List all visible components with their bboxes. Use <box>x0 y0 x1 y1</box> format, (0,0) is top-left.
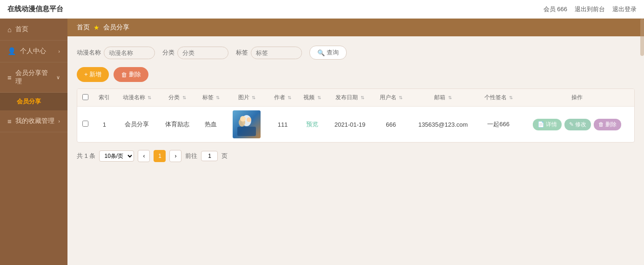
svg-rect-3 <box>237 127 256 136</box>
page-size-select[interactable]: 10条/页 20条/页 50条/页 <box>99 150 134 162</box>
main-content: 首页 ★ 会员分享 动漫名称 分类 标签 🔍 <box>67 19 644 265</box>
th-email[interactable]: 邮箱 ⇅ <box>409 89 477 107</box>
site-title: 在线动漫信息平台 <box>7 5 63 14</box>
chevron-right-icon: › <box>58 48 60 54</box>
breadcrumb-current: 会员分享 <box>103 23 129 32</box>
th-publish-date[interactable]: 发布日期 ⇅ <box>327 89 373 107</box>
th-anime-name[interactable]: 动漫名称 ⇅ <box>115 89 158 107</box>
chevron-down-icon: ∨ <box>56 75 60 81</box>
goto-label: 前往 <box>185 152 197 160</box>
breadcrumb-star: ★ <box>94 24 100 31</box>
td-ops: 📄 详情 ✎ 修改 🗑 删除 <box>520 107 634 143</box>
table-row: 1 会员分享 体育励志 热血 <box>77 107 634 143</box>
content-area: 动漫名称 分类 标签 🔍 查询 + 新增 <box>67 36 644 171</box>
trash-icon: 🗑 <box>121 71 127 78</box>
sidebar-item-home[interactable]: ⌂ 首页 <box>0 19 67 41</box>
td-video: 预览 <box>297 107 327 143</box>
detail-button[interactable]: 📄 详情 <box>533 119 562 130</box>
th-tag[interactable]: 标签 ⇅ <box>196 89 226 107</box>
td-tag: 热血 <box>196 107 226 143</box>
td-category: 体育励志 <box>158 107 196 143</box>
data-table: 索引 动漫名称 ⇅ 分类 ⇅ 标签 ⇅ 图片 ⇅ 作者 ⇅ 视频 ⇅ 发布日期 … <box>77 89 634 142</box>
td-signature: 一起666 <box>477 107 520 143</box>
sidebar: ⌂ 首页 👤 个人中心 › ≡ 会员分享管理 ∨ 会员分享 ≡ 我的收藏 <box>0 19 67 265</box>
td-image <box>226 107 268 143</box>
add-button[interactable]: + 新增 <box>77 67 109 82</box>
anime-name-input[interactable] <box>104 47 155 59</box>
svg-point-5 <box>247 117 251 122</box>
sidebar-item-my-collection-mgmt[interactable]: ≡ 我的收藏管理 › <box>0 110 67 132</box>
td-publish-date: 2021-01-19 <box>327 107 373 143</box>
th-checkbox <box>77 89 94 107</box>
td-username: 666 <box>373 107 409 143</box>
pagination: 共 1 条 10条/页 20条/页 50条/页 ‹ 1 › 前往 页 <box>77 150 635 162</box>
batch-delete-button[interactable]: 🗑 删除 <box>114 67 148 82</box>
td-index: 1 <box>94 107 116 143</box>
td-checkbox <box>77 107 94 143</box>
search-group-tag: 标签 <box>236 47 302 59</box>
edit-button[interactable]: ✎ 修改 <box>564 119 591 130</box>
sidebar-sub-member-share: 会员分享 <box>0 93 67 110</box>
th-image[interactable]: 图片 ⇅ <box>226 89 268 107</box>
sidebar-item-member-share[interactable]: 会员分享 <box>0 93 67 110</box>
action-bar: + 新增 🗑 删除 <box>77 67 635 82</box>
video-preview-link[interactable]: 预览 <box>306 121 318 128</box>
page-unit-label: 页 <box>221 152 228 160</box>
th-ops: 操作 <box>520 89 634 107</box>
td-author: 111 <box>268 107 298 143</box>
th-author[interactable]: 作者 ⇅ <box>268 89 298 107</box>
row-checkbox[interactable] <box>82 121 88 127</box>
goto-page-input[interactable] <box>201 151 218 161</box>
user-label: 会员 666 <box>543 5 567 14</box>
data-table-wrap: 索引 动漫名称 ⇅ 分类 ⇅ 标签 ⇅ 图片 ⇅ 作者 ⇅ 视频 ⇅ 发布日期 … <box>77 88 635 143</box>
logout-button[interactable]: 退出登录 <box>612 5 637 14</box>
th-username[interactable]: 用户名 ⇅ <box>373 89 409 107</box>
th-index: 索引 <box>94 89 116 107</box>
next-page-button[interactable]: › <box>169 150 181 162</box>
svg-point-4 <box>240 116 246 122</box>
th-video[interactable]: 视频 ⇅ <box>297 89 327 107</box>
anime-name-label: 动漫名称 <box>77 48 101 57</box>
breadcrumb-home[interactable]: 首页 <box>77 23 90 32</box>
delete-button[interactable]: 🗑 删除 <box>594 119 621 130</box>
category-label: 分类 <box>162 48 174 57</box>
tag-input[interactable] <box>251 47 302 59</box>
breadcrumb-bar: 首页 ★ 会员分享 <box>67 19 644 36</box>
collection-icon: ≡ <box>7 117 12 125</box>
th-category[interactable]: 分类 ⇅ <box>158 89 196 107</box>
back-to-front-button[interactable]: 退出到前台 <box>575 5 605 14</box>
chevron-right-icon2: › <box>58 118 60 124</box>
search-group-name: 动漫名称 <box>77 47 155 59</box>
list-icon: ≡ <box>7 74 12 82</box>
search-button[interactable]: 🔍 查询 <box>309 46 347 60</box>
category-input[interactable] <box>177 47 228 59</box>
scrollbar[interactable] <box>640 19 644 56</box>
prev-page-button[interactable]: ‹ <box>138 150 150 162</box>
trash-row-icon: 🗑 <box>598 121 604 128</box>
topbar: 在线动漫信息平台 会员 666 退出到前台 退出登录 <box>0 0 644 19</box>
tag-label: 标签 <box>236 48 248 57</box>
search-icon: 🔍 <box>317 49 325 56</box>
detail-icon: 📄 <box>537 121 544 128</box>
total-count: 共 1 条 <box>77 152 95 160</box>
td-anime-name: 会员分享 <box>115 107 158 143</box>
user-icon: 👤 <box>7 47 16 55</box>
edit-icon: ✎ <box>569 121 574 128</box>
td-email: 135635@123.com <box>409 107 477 143</box>
search-group-category: 分类 <box>162 47 228 59</box>
page-1-button[interactable]: 1 <box>154 150 166 162</box>
topbar-right: 会员 666 退出到前台 退出登录 <box>543 5 637 14</box>
search-bar: 动漫名称 分类 标签 🔍 查询 <box>77 46 635 60</box>
sidebar-item-member-share-mgmt[interactable]: ≡ 会员分享管理 ∨ <box>0 62 67 93</box>
sidebar-item-personal-center[interactable]: 👤 个人中心 › <box>0 41 67 62</box>
table-header-row: 索引 动漫名称 ⇅ 分类 ⇅ 标签 ⇅ 图片 ⇅ 作者 ⇅ 视频 ⇅ 发布日期 … <box>77 89 634 107</box>
home-icon: ⌂ <box>7 26 12 34</box>
th-signature[interactable]: 个性签名 ⇅ <box>477 89 520 107</box>
select-all-checkbox[interactable] <box>82 94 88 100</box>
layout: ⌂ 首页 👤 个人中心 › ≡ 会员分享管理 ∨ 会员分享 ≡ 我的收藏 <box>0 19 644 265</box>
